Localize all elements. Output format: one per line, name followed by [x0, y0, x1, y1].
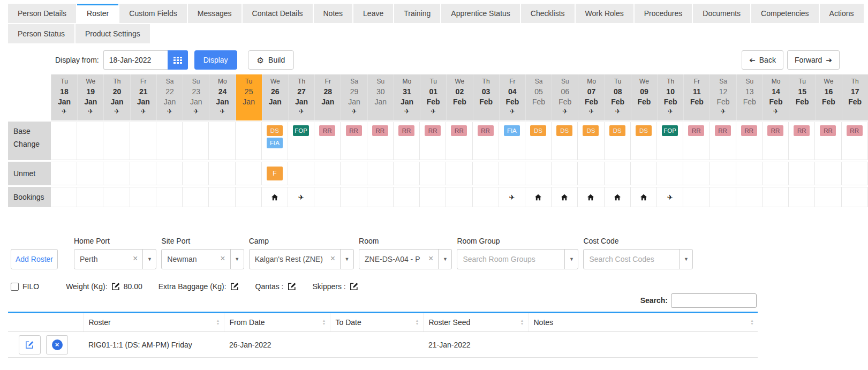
booking-cell[interactable] — [525, 187, 552, 207]
cost-code-select[interactable]: Search Cost Codes▼ — [583, 249, 693, 269]
base-change-cell[interactable]: RR — [815, 122, 841, 160]
calendar-day-header[interactable]: Th17Feb — [842, 74, 868, 120]
booking-cell[interactable] — [103, 187, 130, 207]
calendar-day-header[interactable]: Tu18Jan✈ — [51, 74, 77, 120]
tab-checklists[interactable]: Checklists — [521, 4, 575, 23]
column-header-notes[interactable]: Notes▲▼ — [528, 313, 758, 332]
base-change-cell[interactable]: RR — [763, 122, 789, 160]
calendar-day-header[interactable]: Th27Jan✈ — [288, 74, 314, 120]
base-change-cell[interactable]: RR — [842, 122, 868, 160]
calendar-day-header[interactable]: Fr28Jan — [314, 74, 341, 120]
base-change-cell[interactable]: RR — [341, 122, 367, 160]
camp-select[interactable]: Kalgan's Rest (ZNE)×▼ — [249, 249, 354, 269]
base-change-cell[interactable] — [103, 122, 130, 160]
unmet-cell[interactable] — [499, 162, 525, 185]
date-picker-button[interactable] — [168, 50, 188, 70]
booking-cell[interactable] — [736, 187, 763, 207]
tab-apprentice-status[interactable]: Apprentice Status — [441, 4, 520, 23]
booking-cell[interactable] — [842, 187, 868, 207]
tab-person-status[interactable]: Person Status — [8, 24, 74, 43]
booking-cell[interactable] — [446, 187, 472, 207]
back-button[interactable]: ➔ Back — [742, 50, 783, 70]
unmet-cell[interactable] — [236, 162, 262, 185]
booking-cell[interactable] — [236, 187, 262, 207]
unmet-cell[interactable] — [446, 162, 472, 185]
add-roster-button[interactable]: Add Roster — [11, 249, 58, 269]
unmet-cell[interactable] — [183, 162, 209, 185]
booking-cell[interactable] — [130, 187, 156, 207]
tab-procedures[interactable]: Procedures — [635, 4, 692, 23]
booking-cell[interactable] — [763, 187, 789, 207]
base-change-cell[interactable]: RR — [473, 122, 499, 160]
base-change-cell[interactable]: DS — [525, 122, 552, 160]
base-change-cell[interactable]: RR — [367, 122, 394, 160]
calendar-day-header[interactable]: Th03Feb — [473, 74, 499, 120]
base-change-cell[interactable] — [77, 122, 103, 160]
calendar-day-header[interactable]: Sa05Feb — [525, 74, 552, 120]
unmet-cell[interactable] — [763, 162, 789, 185]
base-change-cell[interactable]: RR — [446, 122, 472, 160]
remove-roster-button[interactable]: × — [46, 335, 68, 354]
base-change-cell[interactable]: RR — [683, 122, 710, 160]
calendar-day-header[interactable]: Tu08Feb✈ — [605, 74, 631, 120]
unmet-cell[interactable] — [77, 162, 103, 185]
column-header-roster-seed[interactable]: Roster Seed▲▼ — [423, 313, 528, 332]
chevron-down-icon[interactable]: ▼ — [230, 250, 244, 269]
unmet-cell[interactable] — [789, 162, 815, 185]
calendar-day-header[interactable]: Sa29Jan✈ — [341, 74, 367, 120]
display-from-input[interactable] — [103, 50, 168, 70]
unmet-cell[interactable] — [552, 162, 578, 185]
base-change-cell[interactable] — [236, 122, 262, 160]
tab-documents[interactable]: Documents — [693, 4, 750, 23]
unmet-cell[interactable] — [657, 162, 683, 185]
booking-cell[interactable]: ✈ — [657, 187, 683, 207]
edit-icon[interactable] — [350, 282, 359, 291]
booking-cell[interactable] — [420, 187, 446, 207]
tab-roster[interactable]: Roster — [77, 4, 118, 23]
calendar-day-header[interactable]: Su13Feb — [736, 74, 763, 120]
column-header-roster[interactable]: Roster▲▼ — [83, 313, 224, 332]
unmet-cell[interactable] — [710, 162, 736, 185]
base-change-cell[interactable]: DS — [578, 122, 604, 160]
clear-icon[interactable]: × — [128, 250, 142, 269]
unmet-cell[interactable] — [842, 162, 868, 185]
unmet-cell[interactable] — [209, 162, 235, 185]
build-button[interactable]: ⚙ Build — [248, 50, 295, 70]
booking-cell[interactable] — [552, 187, 578, 207]
chevron-down-icon[interactable]: ▼ — [438, 250, 451, 269]
calendar-day-header[interactable]: Fr04Feb✈ — [499, 74, 525, 120]
unmet-cell[interactable] — [288, 162, 314, 185]
base-change-cell[interactable]: RR — [394, 122, 420, 160]
edit-icon[interactable] — [230, 282, 239, 291]
calendar-day-header[interactable]: Tu25Jan — [236, 74, 262, 120]
calendar-day-header[interactable]: Mo24Jan✈ — [209, 74, 235, 120]
tab-person-details[interactable]: Person Details — [8, 4, 76, 23]
booking-cell[interactable] — [314, 187, 341, 207]
tab-competencies[interactable]: Competencies — [751, 4, 819, 23]
unmet-cell[interactable] — [156, 162, 183, 185]
tab-training[interactable]: Training — [394, 4, 440, 23]
calendar-day-header[interactable]: Su30Jan — [367, 74, 394, 120]
calendar-day-header[interactable]: Mo14Feb✈ — [763, 74, 789, 120]
clear-icon[interactable]: × — [424, 250, 438, 269]
unmet-cell[interactable] — [394, 162, 420, 185]
base-change-cell[interactable] — [209, 122, 235, 160]
home-port-select[interactable]: Perth×▼ — [74, 249, 156, 269]
chevron-down-icon[interactable]: ▼ — [679, 250, 692, 269]
calendar-day-header[interactable]: We02Feb — [446, 74, 472, 120]
calendar-day-header[interactable]: We19Jan✈ — [77, 74, 103, 120]
display-button[interactable]: Display — [194, 50, 237, 70]
booking-cell[interactable] — [631, 187, 657, 207]
base-change-cell[interactable]: RR — [420, 122, 446, 160]
room-select[interactable]: ZNE-DS-A04 - P×▼ — [359, 249, 452, 269]
edit-roster-button[interactable] — [19, 335, 41, 354]
unmet-cell[interactable] — [605, 162, 631, 185]
calendar-day-header[interactable]: Sa22Jan✈ — [156, 74, 183, 120]
calendar-day-header[interactable]: Tu15Feb — [789, 74, 815, 120]
calendar-day-header[interactable]: Su23Jan✈ — [183, 74, 209, 120]
calendar-day-header[interactable]: Th10Feb✈ — [657, 74, 683, 120]
search-input[interactable] — [671, 293, 757, 308]
base-change-cell[interactable]: RR — [314, 122, 341, 160]
booking-cell[interactable] — [394, 187, 420, 207]
booking-cell[interactable] — [789, 187, 815, 207]
